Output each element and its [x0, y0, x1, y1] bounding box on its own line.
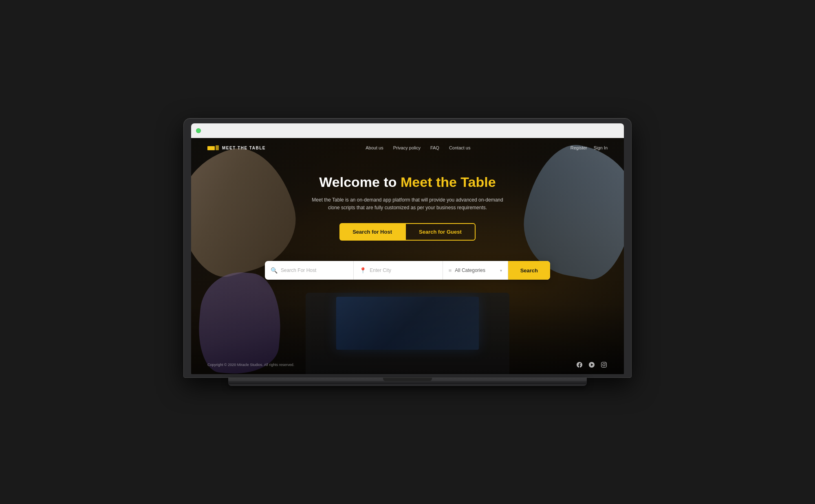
navbar: MEET THE TABLE About us Privacy policy F…	[191, 138, 624, 158]
traffic-light-green[interactable]	[196, 128, 201, 133]
screen-frame: MEET THE TABLE About us Privacy policy F…	[183, 118, 632, 378]
city-input[interactable]	[370, 267, 436, 273]
hero-title-highlight: Meet the Table	[401, 174, 496, 190]
hero-spacer	[191, 280, 624, 355]
svg-rect-1	[216, 145, 219, 150]
social-links	[576, 361, 608, 368]
logo-text: MEET THE TABLE	[222, 146, 266, 150]
hero-title: Welcome to Meet the Table	[199, 174, 616, 191]
search-bar-wrapper: 🔍 📍 ≡ All Categories	[191, 261, 624, 280]
category-select[interactable]: ≡ All Categories ▾	[443, 261, 508, 280]
hero-title-prefix: Welcome to	[319, 174, 401, 190]
browser-content: MEET THE TABLE About us Privacy policy F…	[191, 138, 624, 374]
youtube-icon[interactable]	[588, 361, 595, 368]
laptop-base	[228, 378, 587, 386]
host-search-field: 🔍	[265, 261, 354, 280]
search-for-host-button[interactable]: Search for Host	[339, 223, 405, 241]
nav-about[interactable]: About us	[366, 145, 383, 150]
nav-signin[interactable]: Sign In	[594, 145, 608, 150]
filter-icon: ≡	[449, 267, 452, 274]
logo[interactable]: MEET THE TABLE	[207, 144, 266, 152]
laptop-foot	[228, 381, 587, 384]
city-search-field: 📍	[354, 261, 443, 280]
toggle-buttons: Search for Host Search for Guest	[199, 223, 616, 241]
webpage: MEET THE TABLE About us Privacy policy F…	[191, 138, 624, 374]
logo-icon	[207, 144, 219, 152]
footer: Copyright © 2020 Miracle Studios. All ri…	[191, 355, 624, 374]
laptop-bezel: MEET THE TABLE About us Privacy policy F…	[191, 123, 624, 374]
nav-privacy[interactable]: Privacy policy	[393, 145, 421, 150]
nav-auth: Register Sign In	[570, 145, 608, 150]
nav-faq[interactable]: FAQ	[430, 145, 439, 150]
location-icon: 📍	[359, 267, 366, 274]
nav-contact[interactable]: Contact us	[449, 145, 471, 150]
nav-register[interactable]: Register	[570, 145, 587, 150]
facebook-icon[interactable]	[576, 361, 583, 368]
copyright-text: Copyright © 2020 Miracle Studios. All ri…	[207, 363, 294, 367]
search-for-guest-button[interactable]: Search for Guest	[405, 223, 476, 241]
browser-bar	[191, 123, 624, 138]
host-search-input[interactable]	[281, 267, 348, 273]
category-label: All Categories	[455, 267, 496, 273]
search-icon: 🔍	[271, 267, 278, 274]
instagram-icon[interactable]	[600, 361, 608, 368]
nav-links: About us Privacy policy FAQ Contact us	[366, 145, 470, 150]
search-bar: 🔍 📍 ≡ All Categories	[265, 261, 550, 280]
search-submit-button[interactable]: Search	[508, 261, 550, 280]
laptop-frame: MEET THE TABLE About us Privacy policy F…	[183, 118, 632, 386]
svg-rect-2	[209, 149, 213, 150]
laptop-hinge	[383, 378, 432, 381]
hero-subtitle: Meet the Table is an on-demand app platf…	[306, 196, 509, 212]
hero-content: Welcome to Meet the Table Meet the Table…	[191, 158, 624, 261]
chevron-down-icon: ▾	[500, 268, 502, 273]
